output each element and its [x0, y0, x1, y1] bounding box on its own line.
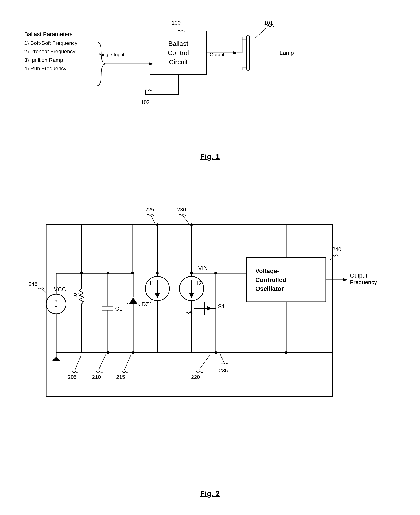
- svg-line-42: [75, 355, 82, 370]
- page-container: Ballast Parameters 1) Soft-Soft Frequenc…: [0, 0, 420, 515]
- svg-text:R1: R1: [73, 292, 80, 299]
- svg-line-57: [139, 304, 140, 306]
- svg-text:210: 210: [92, 374, 101, 380]
- svg-line-80: [182, 215, 189, 224]
- svg-text:215: 215: [116, 374, 125, 380]
- fig2-svg: VCC 245 R1: [13, 181, 407, 500]
- svg-text:Controlled: Controlled: [255, 277, 286, 283]
- svg-text:VCC: VCC: [54, 286, 66, 292]
- svg-text:225: 225: [145, 207, 154, 213]
- svg-text:Frequency: Frequency: [350, 279, 377, 285]
- fig1-area: Ballast Parameters 1) Soft-Soft Frequenc…: [13, 13, 407, 163]
- svg-point-108: [285, 351, 287, 354]
- svg-point-111: [190, 223, 193, 226]
- svg-text:DZ1: DZ1: [142, 301, 152, 307]
- svg-point-41: [80, 272, 83, 275]
- svg-marker-54: [129, 297, 138, 304]
- svg-text:Oscillator: Oscillator: [255, 285, 284, 292]
- svg-line-91: [220, 354, 225, 363]
- svg-marker-85: [207, 306, 212, 311]
- svg-marker-66: [155, 293, 160, 299]
- svg-text:Output: Output: [350, 272, 368, 279]
- svg-text:C1: C1: [115, 305, 122, 312]
- svg-text:205: 205: [68, 374, 77, 380]
- svg-point-94: [214, 272, 217, 275]
- fig1-svg: [13, 13, 407, 163]
- svg-point-68: [156, 272, 159, 275]
- svg-marker-103: [343, 278, 348, 281]
- svg-text:235: 235: [219, 367, 228, 373]
- svg-point-60: [132, 272, 135, 275]
- svg-line-71: [151, 215, 155, 224]
- svg-point-110: [156, 223, 159, 226]
- fig1-label: Fig. 1: [200, 152, 220, 161]
- svg-rect-18: [46, 225, 332, 397]
- svg-marker-32: [52, 357, 60, 361]
- svg-rect-9: [247, 35, 250, 70]
- svg-text:240: 240: [332, 246, 341, 252]
- svg-text:230: 230: [177, 207, 186, 213]
- svg-point-88: [214, 351, 217, 354]
- fig2-area: VCC 245 R1: [13, 181, 407, 500]
- svg-point-50: [106, 351, 109, 354]
- svg-line-62: [124, 355, 131, 370]
- fig2-label: Fig. 2: [200, 489, 220, 498]
- svg-text:I1: I1: [150, 280, 155, 287]
- svg-marker-3: [233, 51, 237, 54]
- svg-marker-75: [189, 293, 194, 299]
- svg-text:245: 245: [29, 281, 38, 287]
- svg-text:S1: S1: [218, 303, 225, 310]
- svg-text:220: 220: [191, 374, 200, 380]
- svg-text:VIN: VIN: [198, 265, 208, 271]
- svg-line-17: [255, 26, 268, 38]
- svg-text:I2: I2: [197, 280, 202, 287]
- svg-point-49: [106, 272, 109, 275]
- svg-point-19: [46, 294, 66, 314]
- svg-text:Voltage-: Voltage-: [255, 268, 279, 275]
- svg-marker-1: [149, 62, 153, 65]
- svg-line-56: [127, 302, 128, 304]
- svg-point-61: [132, 351, 135, 354]
- svg-line-89: [199, 355, 210, 370]
- svg-line-51: [99, 355, 106, 370]
